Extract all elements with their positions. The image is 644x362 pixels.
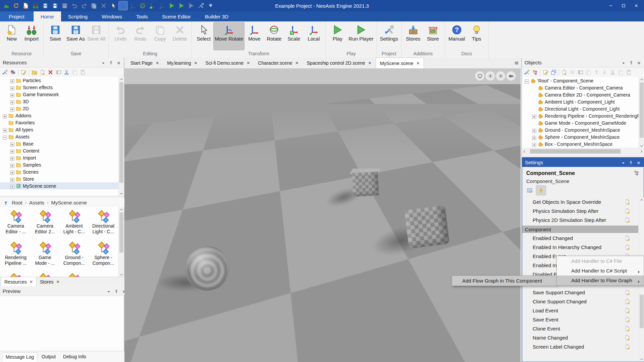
asset-item[interactable]: DirectionalLight - C... xyxy=(89,209,118,235)
property-row-get-objects-in-space-override[interactable]: Get Objects In Space Override xyxy=(522,197,638,206)
asset-item[interactable]: CameraEditor 2... xyxy=(31,209,59,235)
tree-item-ambient-light-component-light[interactable]: Ambient Light - Component_Light xyxy=(522,98,639,105)
videocam-overlay-button[interactable] xyxy=(506,71,516,81)
quick-refresh-button[interactable] xyxy=(12,1,20,10)
property-row-physics-simulation-step-after[interactable]: Physics Simulation Step After xyxy=(522,206,638,216)
scroll-right-icon[interactable] xyxy=(639,149,644,154)
objects-tree-hscrollbar[interactable] xyxy=(522,148,644,154)
tree-item-rendering-pipeline-component-renderingpipe[interactable]: Rendering Pipeline - Component_Rendering… xyxy=(522,112,639,119)
document-tab-my-learning[interactable]: My.learning✕ xyxy=(163,58,201,68)
tree-item-content[interactable]: Content xyxy=(0,147,118,154)
close-icon[interactable]: ✕ xyxy=(194,61,198,65)
tools-button[interactable] xyxy=(524,69,530,75)
quick-play-button[interactable] xyxy=(177,1,186,10)
asset-item-partial[interactable] xyxy=(60,272,89,277)
scroll-up-icon[interactable] xyxy=(639,77,644,82)
quick-redo-button[interactable] xyxy=(80,1,89,10)
box-mesh-1[interactable] xyxy=(352,172,379,197)
add-event-handler-button[interactable] xyxy=(625,208,630,214)
property-row-save-event[interactable]: Save Event xyxy=(522,315,638,324)
file-star-button[interactable] xyxy=(40,69,45,75)
tree-item-2d[interactable]: 2D xyxy=(0,105,118,112)
tree-expander[interactable] xyxy=(10,141,14,146)
tree-item--root-component-scene[interactable]: 'Root' - Component_Scene xyxy=(522,77,639,84)
tree-item-game-mode-component-gamemode[interactable]: Game Mode - Component_GameMode xyxy=(522,119,639,126)
asset-item-partial[interactable] xyxy=(31,272,59,277)
tree-item-base[interactable]: Base xyxy=(0,140,118,147)
prop-sheet-tab-button[interactable] xyxy=(525,186,534,195)
rename-button[interactable] xyxy=(56,69,61,75)
chevron-down-button[interactable] xyxy=(101,59,106,65)
document-tab-character-scene[interactable]: Character.scene✕ xyxy=(254,58,303,68)
sphere-mesh[interactable] xyxy=(185,246,229,291)
window-close-button[interactable] xyxy=(631,1,642,10)
breadcrumb-segment[interactable]: Root xyxy=(12,200,22,205)
close-icon[interactable]: ✕ xyxy=(416,61,420,66)
close-icon[interactable]: ✕ xyxy=(247,61,250,65)
menu-item-add-flow-graph-in-this-component[interactable]: Add Flow Graph in This Component xyxy=(452,276,557,286)
tree-item-import[interactable]: Import xyxy=(0,154,118,161)
delete-gray-button[interactable] xyxy=(570,69,575,75)
close-icon[interactable]: ✕ xyxy=(156,61,159,65)
add-event-handler-button[interactable] xyxy=(625,316,630,322)
quick-rotate-button[interactable] xyxy=(138,1,147,10)
status-tab-output[interactable]: Output xyxy=(38,352,59,361)
tree-expander[interactable] xyxy=(3,127,7,132)
box-mesh-2[interactable] xyxy=(404,205,449,249)
asset-item[interactable]: RenderingPipeline ... xyxy=(1,241,30,266)
ribbon-button-new[interactable]: New xyxy=(2,22,21,50)
menu-item-project[interactable]: Project xyxy=(0,11,34,21)
tree-expander[interactable] xyxy=(3,113,7,118)
scroll-up-icon[interactable] xyxy=(119,207,124,212)
quick-import-button[interactable] xyxy=(31,1,40,10)
ribbon-button-store[interactable]: Store xyxy=(423,22,443,50)
quick-copy-button[interactable] xyxy=(90,1,98,10)
tree-item-store[interactable]: Store xyxy=(0,175,118,182)
property-row-enabled-in-hierarchy-changed[interactable]: Enabled In Hierarchy Changed xyxy=(522,243,638,252)
quick-local-button[interactable] xyxy=(158,1,166,10)
menu-item-windows[interactable]: Windows xyxy=(95,11,129,21)
tree-item-game-framework[interactable]: Game framework xyxy=(0,91,118,98)
add-event-handler-button[interactable] xyxy=(625,344,630,350)
ribbon-button-tips[interactable]: Tips xyxy=(467,22,486,50)
scroll-up-icon[interactable] xyxy=(119,77,124,82)
display-colored-button[interactable] xyxy=(10,69,16,75)
ribbon-button-select[interactable]: Select xyxy=(194,22,213,50)
scroll-down-icon[interactable] xyxy=(119,191,124,196)
add-event-handler-button[interactable] xyxy=(625,298,630,304)
tree-item-all-types[interactable]: All types xyxy=(0,126,118,133)
tree-expander[interactable] xyxy=(532,114,536,118)
lightning-tab-button[interactable] xyxy=(536,186,546,195)
ribbon-button-rotate[interactable]: Rotate xyxy=(264,22,284,50)
asset-item-partial[interactable] xyxy=(1,272,30,277)
asset-grid-scrollbar[interactable] xyxy=(118,207,124,277)
close-icon[interactable]: ✕ xyxy=(368,61,372,65)
tree-item-samples[interactable]: Samples xyxy=(0,161,118,168)
quick-new-file-button[interactable] xyxy=(21,1,30,10)
paste-button[interactable] xyxy=(80,69,86,75)
tree-item-3d[interactable]: 3D xyxy=(0,98,118,105)
tree-item-myscene-scene[interactable]: MyScene.scene xyxy=(0,182,118,189)
ribbon-button-run-player[interactable]: Run Player xyxy=(347,22,374,50)
objects-tree-vscrollbar[interactable] xyxy=(639,77,644,148)
document-tab-spaceship-control-2d-scene[interactable]: Spaceship control 2D.scene✕ xyxy=(303,58,375,68)
close-button[interactable] xyxy=(636,159,641,165)
tree-item-addons[interactable]: Addons xyxy=(0,112,118,119)
add-event-handler-button[interactable] xyxy=(625,307,630,313)
scroll-thumb[interactable] xyxy=(640,295,644,328)
resources-tree-scrollbar[interactable] xyxy=(118,77,124,196)
tree-expander[interactable] xyxy=(10,184,14,188)
quick-undo-button[interactable] xyxy=(70,1,79,10)
file-star-button[interactable] xyxy=(561,69,567,75)
add-event-handler-button[interactable] xyxy=(625,335,630,341)
chevron-down-button[interactable] xyxy=(621,159,626,165)
close-icon[interactable]: ✕ xyxy=(56,280,59,284)
tree-item-sphere-component-meshinspace[interactable]: Sphere - Component_MeshInSpace xyxy=(522,133,639,140)
ribbon-button-local[interactable]: Local xyxy=(304,22,323,50)
quick-play-disabled-button[interactable] xyxy=(187,1,196,10)
chevron-down-button[interactable] xyxy=(621,59,626,65)
tree-expander[interactable] xyxy=(10,177,14,181)
monitor-overlay-button[interactable] xyxy=(475,71,485,81)
tree-item-particles[interactable]: Particles xyxy=(0,77,118,84)
copy-button[interactable] xyxy=(72,69,77,75)
